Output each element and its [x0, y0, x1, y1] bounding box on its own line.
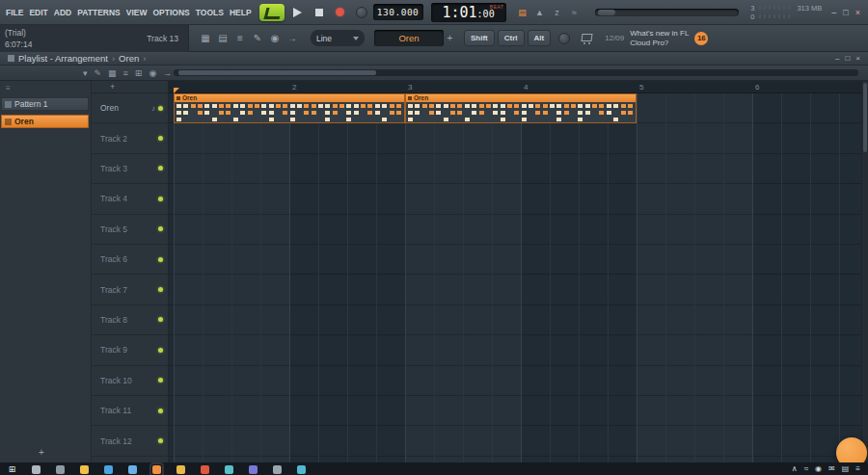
- snap-grid-icon[interactable]: ▦: [197, 30, 214, 47]
- list-icon[interactable]: ≡: [231, 30, 249, 47]
- track-mute-led[interactable]: [158, 136, 163, 141]
- horizontal-scrollbar[interactable]: [174, 69, 858, 76]
- vertical-scrollbar[interactable]: [861, 81, 868, 462]
- track-mute-led[interactable]: [158, 287, 163, 292]
- paint-tool-icon[interactable]: ▦: [108, 66, 117, 81]
- track-row[interactable]: Track 6: [92, 245, 169, 275]
- close-button[interactable]: ×: [855, 8, 860, 17]
- notification-area[interactable]: 12/09 What's new in FL Cloud Pro? 16: [605, 29, 708, 48]
- track-row[interactable]: Track 5: [92, 215, 169, 245]
- time-display[interactable]: 1:01:00 BEAT: [431, 3, 506, 22]
- track-mute-led[interactable]: [158, 348, 163, 353]
- pattern-clip-1[interactable]: Oren: [174, 93, 405, 123]
- breadcrumb-arrangement[interactable]: Oren: [119, 53, 139, 64]
- playlist-menu-icon[interactable]: ▾: [83, 66, 88, 81]
- tempo-knob[interactable]: [356, 7, 367, 18]
- search-icon[interactable]: [31, 464, 41, 475]
- stop-button[interactable]: [312, 5, 327, 20]
- settings-icon[interactable]: [272, 464, 283, 475]
- track-row[interactable]: Oren♪: [92, 93, 169, 123]
- add-pattern-button[interactable]: +: [444, 30, 456, 46]
- draw-tool-icon[interactable]: ✎: [95, 66, 102, 81]
- maximize-button[interactable]: □: [845, 54, 850, 64]
- record-mic-icon[interactable]: ◉: [266, 30, 284, 47]
- store-icon[interactable]: [296, 464, 307, 475]
- pencil-tool-icon[interactable]: ✎: [249, 30, 266, 47]
- song-mode-icon[interactable]: ▤: [515, 5, 530, 20]
- browser-icon[interactable]: [103, 464, 114, 475]
- track-mute-led[interactable]: [158, 409, 163, 413]
- tray-clock-icon[interactable]: ≡: [855, 464, 860, 474]
- pattern-clip-2[interactable]: Oren: [405, 93, 637, 123]
- track-row[interactable]: Track 12: [92, 426, 169, 456]
- timeline-ruler[interactable]: 23456: [169, 81, 861, 93]
- track-mute-led[interactable]: [158, 197, 163, 201]
- tray-mail-icon[interactable]: ✉: [828, 464, 835, 474]
- fl-studio-icon[interactable]: [151, 464, 162, 475]
- chrome-icon[interactable]: [200, 464, 210, 475]
- round-tool-knob[interactable]: [558, 33, 570, 44]
- pattern-grid-icon[interactable]: ▤: [214, 30, 231, 47]
- pattern-sidebar-header[interactable]: ≡: [0, 81, 91, 95]
- track-row[interactable]: Track 2: [92, 123, 169, 153]
- wait-for-input-icon[interactable]: z: [550, 5, 565, 20]
- track-row[interactable]: Track 4: [92, 184, 169, 214]
- menu-edit[interactable]: EDIT: [26, 8, 50, 17]
- file-explorer-icon[interactable]: [79, 464, 90, 475]
- start-button[interactable]: ⊞: [7, 464, 17, 475]
- tray-keyboard-icon[interactable]: ▤: [842, 464, 850, 474]
- play-button[interactable]: [290, 5, 306, 20]
- track-mute-led[interactable]: [158, 106, 163, 111]
- folder-icon[interactable]: [176, 464, 186, 475]
- record-button[interactable]: [333, 5, 348, 20]
- metronome-icon[interactable]: ▲: [532, 5, 548, 20]
- track-mute-led[interactable]: [158, 378, 163, 383]
- select-tool-icon[interactable]: ◉: [149, 66, 156, 81]
- minimize-button[interactable]: –: [835, 54, 839, 64]
- shuffle-slider[interactable]: [595, 9, 740, 16]
- playlist-titlebar[interactable]: Playlist - Arrangement › Oren › –□×: [0, 52, 868, 66]
- key-alt[interactable]: Alt: [528, 30, 552, 46]
- tray-chevron-icon[interactable]: ∧: [792, 464, 798, 474]
- key-ctrl[interactable]: Ctrl: [498, 30, 525, 46]
- key-shift[interactable]: Shift: [464, 30, 495, 46]
- shuffle-slider-thumb[interactable]: [598, 10, 615, 15]
- horizontal-scrollbar-thumb[interactable]: [178, 70, 376, 75]
- tray-network-icon[interactable]: ≈: [804, 464, 808, 474]
- menu-add[interactable]: ADD: [51, 8, 74, 17]
- track-mute-led[interactable]: [158, 226, 163, 231]
- menu-file[interactable]: FILE: [3, 8, 26, 17]
- menu-options[interactable]: OPTIONS: [150, 8, 193, 17]
- menu-view[interactable]: VIEW: [123, 8, 150, 17]
- track-row[interactable]: Track 11: [92, 396, 169, 426]
- fl-logo-icon[interactable]: [259, 4, 285, 21]
- zoom-tool-icon[interactable]: →: [163, 66, 172, 81]
- slice-tool-icon[interactable]: ⊞: [135, 66, 143, 81]
- delete-tool-icon[interactable]: ≡: [123, 66, 128, 81]
- menu-help[interactable]: HELP: [227, 8, 255, 17]
- pattern-name-field[interactable]: Oren: [374, 30, 444, 46]
- close-button[interactable]: ×: [855, 54, 860, 64]
- maximize-button[interactable]: □: [843, 8, 848, 17]
- cart-icon[interactable]: [580, 33, 593, 44]
- track-row[interactable]: Track 7: [92, 275, 169, 304]
- track-row[interactable]: Track 10: [92, 366, 169, 396]
- playhead-marker[interactable]: [174, 88, 179, 93]
- task-view-icon[interactable]: [55, 464, 66, 475]
- track-mute-led[interactable]: [158, 317, 163, 322]
- vertical-scrollbar-thumb[interactable]: [863, 83, 867, 152]
- add-pattern-plus[interactable]: +: [39, 447, 44, 458]
- typing-keyboard-icon[interactable]: ≈: [567, 5, 583, 20]
- track-row[interactable]: Track 8: [92, 305, 169, 335]
- track-mute-led[interactable]: [158, 438, 163, 443]
- pattern-item-1[interactable]: Pattern 1: [1, 97, 89, 111]
- photos-icon[interactable]: [248, 464, 258, 475]
- track-column-header[interactable]: +: [92, 81, 168, 93]
- notification-badge[interactable]: 16: [694, 32, 708, 45]
- playlist-grid[interactable]: OrenOren: [169, 93, 861, 462]
- menu-patterns[interactable]: PATTERNS: [74, 8, 123, 17]
- track-row[interactable]: Track 9: [92, 335, 169, 365]
- track-mute-led[interactable]: [158, 257, 163, 262]
- media-player-icon[interactable]: [224, 464, 234, 475]
- tray-volume-icon[interactable]: ◉: [815, 464, 822, 474]
